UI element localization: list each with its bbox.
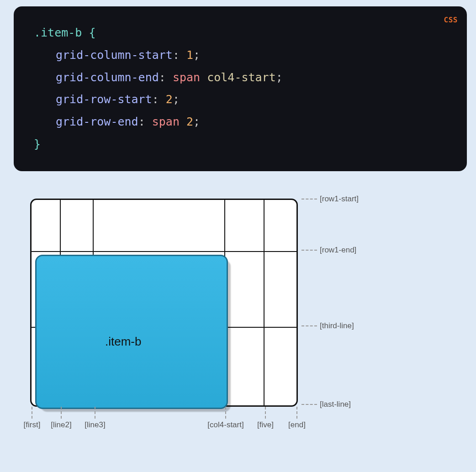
- column-line-tick: [95, 407, 95, 419]
- brace-close: }: [34, 137, 41, 151]
- code-declaration-2: grid-row-start: 2;: [34, 89, 451, 111]
- column-line-label: [end]: [288, 420, 306, 430]
- column-line-label: [col4-start]: [207, 420, 243, 430]
- code-language-badge: CSS: [444, 13, 458, 27]
- column-line-label: [line3]: [85, 420, 105, 430]
- css-value: 1: [186, 48, 193, 62]
- row-line-label: [row1-start]: [301, 194, 359, 204]
- code-declaration-1: grid-column-end: span col4-start;: [34, 67, 451, 89]
- column-line-tick: [265, 407, 266, 419]
- column-line-label: [line2]: [51, 420, 71, 430]
- grid-diagram: .item-b [row1-start][row1-end][third-lin…: [27, 199, 439, 441]
- column-line-label: [five]: [257, 420, 274, 430]
- row-line-name: [row1-start]: [320, 194, 359, 204]
- code-block: CSS .item-b { grid-column-start: 1;grid-…: [14, 6, 467, 171]
- column-line-tick: [32, 407, 32, 419]
- column-line-tick: [296, 407, 297, 419]
- code-declaration-0: grid-column-start: 1;: [34, 44, 451, 67]
- css-value: 2: [166, 93, 173, 106]
- css-value: span: [173, 71, 200, 84]
- semicolon: ;: [193, 48, 200, 62]
- grid-column-line: [264, 200, 264, 405]
- colon: :: [159, 71, 173, 84]
- row-line-name: [row1-end]: [320, 246, 356, 255]
- row-line-name: [last-line]: [320, 400, 351, 409]
- column-line-label: [first]: [24, 420, 41, 430]
- colon: :: [138, 115, 152, 128]
- colon: :: [173, 48, 186, 62]
- css-property: grid-row-start: [56, 93, 152, 106]
- semicolon: ;: [276, 71, 283, 84]
- grid-row-line: [32, 251, 296, 252]
- row-line-label: [third-line]: [301, 321, 354, 330]
- column-line-tick: [61, 407, 62, 419]
- row-line-name: [third-line]: [320, 321, 354, 330]
- css-property: grid-row-end: [56, 115, 138, 128]
- row-line-label: [row1-end]: [301, 246, 356, 255]
- colon: :: [152, 93, 166, 106]
- css-selector: .item-b: [34, 26, 82, 39]
- brace-open: {: [89, 26, 95, 39]
- code-line-close: }: [34, 133, 451, 156]
- css-value: span: [152, 115, 180, 128]
- grid-container: .item-b: [30, 199, 298, 407]
- css-value: col4-start: [207, 71, 276, 84]
- css-property: grid-column-start: [56, 48, 173, 62]
- item-b-box: .item-b: [35, 255, 228, 409]
- code-line-selector: .item-b {: [34, 22, 451, 44]
- code-declaration-3: grid-row-end: span 2;: [34, 111, 451, 133]
- row-line-label: [last-line]: [301, 400, 351, 409]
- semicolon: ;: [173, 93, 180, 106]
- css-property: grid-column-end: [56, 71, 159, 84]
- item-b-label: .item-b: [105, 335, 141, 349]
- css-value: 2: [186, 115, 193, 128]
- column-line-tick: [225, 407, 226, 419]
- semicolon: ;: [193, 115, 200, 128]
